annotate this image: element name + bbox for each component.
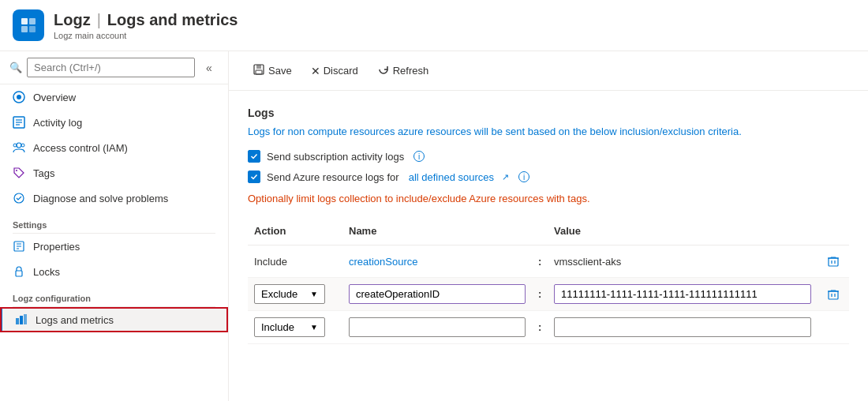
row3-value-input[interactable]	[554, 317, 811, 337]
col-header-value: Value	[548, 222, 817, 240]
sidebar-item-locks[interactable]: Locks	[0, 259, 228, 284]
col-header-name: Name	[342, 222, 532, 240]
row1-delete-button[interactable]	[824, 252, 843, 271]
sidebar-item-locks-label: Locks	[33, 266, 60, 278]
sidebar-item-overview-label: Overview	[33, 92, 76, 103]
toolbar: Save ✕ Discard Refresh	[229, 51, 868, 91]
row2-value-input[interactable]	[554, 284, 811, 304]
external-link-icon: ↗	[502, 172, 509, 182]
logs-section-title: Logs	[248, 107, 849, 119]
checkbox-row-2: Send Azure resource logs for all defined…	[248, 171, 849, 183]
svg-point-11	[13, 144, 17, 147]
header-separator: |	[97, 11, 101, 29]
search-input[interactable]	[27, 58, 195, 77]
sidebar-item-activity-log-label: Activity log	[33, 117, 82, 129]
defined-sources-link[interactable]: all defined sources	[409, 171, 494, 183]
svg-rect-26	[829, 258, 838, 266]
table-header: Action Name Value	[248, 217, 849, 245]
svg-rect-2	[21, 26, 28, 32]
row1-delete	[817, 249, 849, 274]
save-button[interactable]: Save	[245, 59, 300, 82]
refresh-label: Refresh	[393, 65, 429, 77]
checkbox-activity-logs[interactable]	[248, 150, 260, 163]
table-row: Include ▼ :	[248, 311, 849, 344]
refresh-icon	[377, 63, 390, 78]
discard-button[interactable]: ✕ Discard	[303, 61, 366, 81]
table-row: Exclude ▼ :	[248, 278, 849, 311]
discard-icon: ✕	[311, 65, 320, 77]
row2-name-cell	[342, 281, 532, 307]
sidebar-item-properties-label: Properties	[33, 241, 80, 253]
sidebar: 🔍 « Overview Activity log Access control…	[0, 51, 229, 401]
sidebar-item-logs-metrics[interactable]: Logs and metrics	[0, 307, 228, 332]
row2-action-label: Exclude	[261, 288, 297, 300]
col-header-sep	[532, 222, 548, 240]
row2-value-cell	[548, 281, 817, 307]
app-logo	[13, 9, 44, 41]
row3-action-label: Include	[261, 321, 294, 333]
logz-config-section-label: Logz configuration	[0, 284, 228, 306]
tags-icon	[13, 167, 25, 179]
row3-colon: :	[532, 318, 548, 336]
sidebar-item-logs-metrics-label: Logs and metrics	[36, 314, 114, 326]
sidebar-item-activity-log[interactable]: Activity log	[0, 110, 228, 135]
row2-delete-button[interactable]	[824, 285, 843, 304]
sidebar-item-properties[interactable]: Properties	[0, 234, 228, 259]
logs-info-text: Logs for non compute resources azure res…	[248, 126, 849, 137]
collapse-button[interactable]: «	[200, 58, 219, 77]
svg-rect-20	[16, 318, 19, 324]
svg-point-13	[16, 170, 17, 171]
chevron-down-icon: ▼	[310, 290, 318, 298]
svg-rect-25	[256, 70, 262, 74]
row3-name-cell	[342, 314, 532, 340]
sidebar-item-iam[interactable]: Access control (IAM)	[0, 135, 228, 160]
row1-name: creationSource	[342, 253, 532, 271]
app-name: Logz	[54, 11, 91, 29]
sidebar-item-diagnose-label: Diagnose and solve problems	[33, 193, 168, 204]
svg-rect-19	[16, 271, 22, 276]
svg-rect-0	[21, 18, 28, 24]
header-subtitle: Logz main account	[54, 31, 238, 40]
row2-action-button[interactable]: Exclude ▼	[254, 284, 325, 304]
row1-colon: :	[532, 253, 548, 271]
row1-action: Include	[248, 253, 342, 271]
svg-rect-22	[24, 314, 27, 324]
svg-point-14	[14, 193, 24, 203]
info-icon-1[interactable]: i	[413, 151, 425, 162]
sidebar-item-overview[interactable]: Overview	[0, 84, 228, 110]
sidebar-item-iam-label: Access control (IAM)	[33, 142, 128, 154]
row3-value-cell	[548, 314, 817, 340]
info-icon-2[interactable]: i	[518, 171, 529, 182]
sidebar-item-diagnose[interactable]: Diagnose and solve problems	[0, 186, 228, 211]
checkbox-resource-logs[interactable]	[248, 171, 260, 183]
limit-text: Optionally limit logs collection to incl…	[248, 193, 849, 204]
row3-name-input[interactable]	[349, 317, 526, 337]
checkbox1-label: Send subscription activity logs	[267, 151, 404, 163]
header-title-group: Logz | Logs and metrics Logz main accoun…	[54, 11, 238, 40]
header: Logz | Logs and metrics Logz main accoun…	[0, 0, 868, 51]
table-row: Include creationSource : vmssclient-aks	[248, 245, 849, 278]
locks-icon	[13, 265, 25, 278]
row2-name-input[interactable]	[349, 284, 526, 304]
row3-action-button[interactable]: Include ▼	[254, 317, 325, 337]
svg-rect-21	[20, 316, 23, 324]
search-bar: 🔍 «	[0, 51, 228, 84]
row3-action-dropdown: Include ▼	[248, 314, 342, 340]
search-icon: 🔍	[9, 62, 22, 73]
activity-icon	[13, 116, 25, 129]
properties-icon	[13, 240, 25, 253]
row3-delete	[817, 324, 849, 331]
row2-colon: :	[532, 285, 548, 303]
sidebar-item-tags[interactable]: Tags	[0, 160, 228, 186]
overview-icon	[13, 91, 25, 103]
logs-metrics-icon	[15, 313, 28, 326]
diagnose-icon	[13, 192, 25, 204]
settings-section-label: Settings	[0, 211, 228, 233]
col-header-actions	[817, 222, 849, 240]
refresh-button[interactable]: Refresh	[369, 59, 437, 82]
chevron-down-icon: ▼	[310, 323, 318, 332]
svg-rect-3	[29, 26, 36, 32]
svg-rect-30	[829, 291, 838, 299]
svg-rect-24	[256, 65, 261, 69]
save-icon	[253, 63, 265, 78]
